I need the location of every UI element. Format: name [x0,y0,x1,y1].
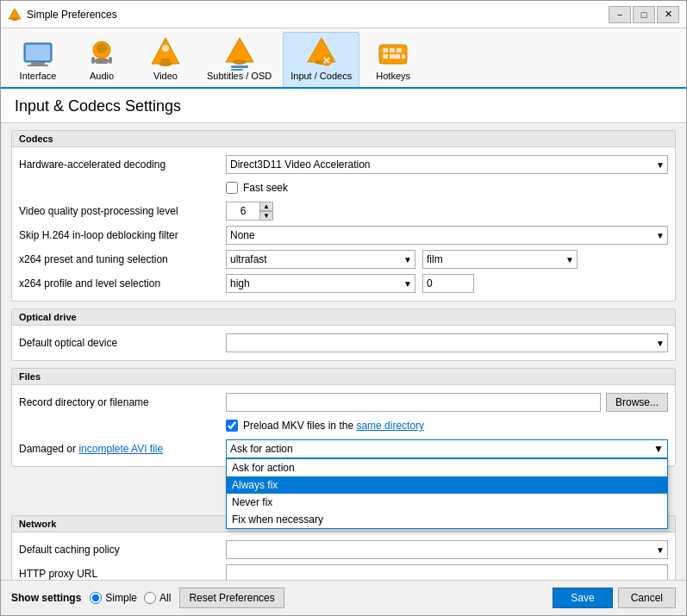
save-button[interactable]: Save [553,588,612,608]
fast-seek-row: Fast seek [19,177,668,199]
nav-subtitles-label: Subtitles / OSD [207,71,272,81]
nav-interface[interactable]: Interface [8,32,68,87]
hw-decoding-control: Direct3D11 Video Acceleration DirectX VA… [226,155,668,174]
preload-mkv-checkbox[interactable] [226,420,238,432]
reset-button[interactable]: Reset Preferences [179,588,284,608]
caching-control: Normal Slow media Slower media Untimed ▼ [226,540,668,559]
title-bar: Simple Preferences − □ ✕ [1,1,686,28]
damaged-avi-control: Ask for action ▼ Ask for action Always f… [226,439,668,458]
caching-select[interactable]: Normal Slow media Slower media Untimed [226,540,668,559]
cancel-button[interactable]: Cancel [618,588,676,608]
damaged-avi-value: Ask for action [230,443,293,455]
nav-interface-label: Interface [20,71,57,81]
record-row: Record directory or filename Browse... [19,390,668,414]
fast-seek-checkbox[interactable] [226,182,238,194]
x264-profile-dropdown[interactable]: high baseline main high10 high422 high44… [226,274,415,293]
browse-button[interactable]: Browse... [606,393,668,412]
optical-device-dropdown[interactable]: ▼ [226,333,668,352]
x264-preset-control: ultrafast superfast veryfast faster fast… [226,250,668,269]
svg-rect-3 [26,45,50,60]
damaged-avi-dropdown-wrapper[interactable]: Ask for action ▼ Ask for action Always f… [226,439,668,458]
window-controls: − □ ✕ [609,6,679,23]
footer-right: Save Cancel [553,588,676,608]
svg-rect-30 [402,54,405,59]
preload-mkv-label: Preload MKV files in the same directory [243,420,424,432]
vq-control: ▲ ▼ [226,202,668,221]
record-input[interactable] [226,393,601,412]
nav-hotkeys[interactable]: Hotkeys [363,32,423,87]
footer: Show settings Simple All Reset Preferenc… [1,580,686,615]
simple-radio-item: Simple [90,592,137,604]
http-proxy-row: HTTP proxy URL [19,562,668,580]
vq-input[interactable] [226,202,260,221]
nav-hotkeys-label: Hotkeys [376,71,410,81]
http-proxy-input[interactable] [226,564,668,580]
hw-decoding-dropdown[interactable]: Direct3D11 Video Acceleration DirectX VA… [226,155,668,174]
optical-body: Default optical device ▼ [12,326,675,360]
hw-decoding-select[interactable]: Direct3D11 Video Acceleration DirectX VA… [226,155,668,174]
nav-audio[interactable]: Audio [72,32,132,87]
skip-h264-dropdown[interactable]: None Non-ref Bidir Non-key All ▼ [226,226,668,245]
minimize-button[interactable]: − [609,6,631,23]
damaged-avi-display[interactable]: Ask for action ▼ [226,439,668,458]
x264-profile-control: high baseline main high10 high422 high44… [226,274,668,293]
fast-seek-control: Fast seek [226,179,668,196]
all-label: All [159,592,171,604]
hw-decoding-label: Hardware-accelerated decoding [19,159,226,171]
skip-h264-control: None Non-ref Bidir Non-key All ▼ [226,226,668,245]
x264-preset-select[interactable]: ultrafast superfast veryfast faster fast… [226,250,415,269]
skip-h264-label: Skip H.264 in-loop deblocking filter [19,229,226,241]
damaged-avi-option-1[interactable]: Ask for action [227,459,667,476]
x264-preset-dropdown[interactable]: ultrafast superfast veryfast faster fast… [226,250,415,269]
nav-bar: Interface Audio [1,28,686,89]
optical-device-select[interactable] [226,333,668,352]
record-label: Record directory or filename [19,396,226,408]
app-icon [8,8,22,22]
window-title: Simple Preferences [27,9,609,21]
nav-input-label: Input / Codecs [290,71,352,81]
damaged-avi-option-4[interactable]: Fix when necessary [227,511,667,528]
record-control: Browse... [226,393,668,412]
subtitles-icon [222,36,257,71]
damaged-avi-option-3[interactable]: Never fix [227,494,667,511]
x264-profile-label: x264 profile and level selection [19,277,226,289]
close-button[interactable]: ✕ [657,6,679,23]
main-window: Simple Preferences − □ ✕ Interface [0,0,687,616]
audio-icon [84,36,119,71]
files-body: Record directory or filename Browse... P… [12,385,675,466]
x264-tuning-dropdown[interactable]: film animation grain stillimage psnr ssi… [422,250,578,269]
svg-point-7 [97,43,107,53]
nav-video[interactable]: Video [135,32,196,87]
optical-header: Optical drive [12,309,675,326]
codecs-body: Hardware-accelerated decoding Direct3D11… [12,147,675,301]
damaged-avi-option-2[interactable]: Always fix [227,476,667,494]
svg-point-1 [11,17,18,21]
nav-input[interactable]: Input / Codecs [283,32,359,87]
footer-left: Show settings Simple All Reset Preferenc… [11,588,553,608]
skip-h264-row: Skip H.264 in-loop deblocking filter Non… [19,223,668,247]
nav-subtitles[interactable]: Subtitles / OSD [199,32,279,87]
svg-rect-14 [161,59,170,61]
x264-profile-select[interactable]: high baseline main high10 high422 high44… [226,274,415,293]
codecs-section: Codecs Hardware-accelerated decoding Dir… [11,130,676,302]
vq-down-btn[interactable]: ▼ [259,211,273,221]
x264-preset-row: x264 preset and tuning selection ultrafa… [19,247,668,271]
maximize-button[interactable]: □ [633,6,655,23]
skip-h264-select[interactable]: None Non-ref Bidir Non-key All [226,226,668,245]
vq-up-btn[interactable]: ▲ [259,202,273,211]
incomplete-avi-link[interactable]: incomplete AVI file [78,443,163,455]
x264-tuning-select[interactable]: film animation grain stillimage psnr ssi… [422,250,578,269]
simple-radio[interactable] [90,592,102,604]
page-title: Input & Codecs Settings [1,89,686,123]
caching-label: Default caching policy [19,544,226,556]
vq-spinner-btns: ▲ ▼ [259,202,273,221]
x264-level-input[interactable] [422,274,474,293]
damaged-avi-label: Damaged or incomplete AVI file [19,443,226,455]
same-directory-link[interactable]: same directory [356,420,424,432]
simple-label: Simple [105,592,137,604]
caching-dropdown[interactable]: Normal Slow media Slower media Untimed ▼ [226,540,668,559]
damaged-avi-arrow-icon: ▼ [653,443,664,455]
preload-mkv-control: Preload MKV files in the same directory [226,417,668,434]
all-radio[interactable] [144,592,156,604]
network-body: Default caching policy Normal Slow media… [12,532,675,580]
